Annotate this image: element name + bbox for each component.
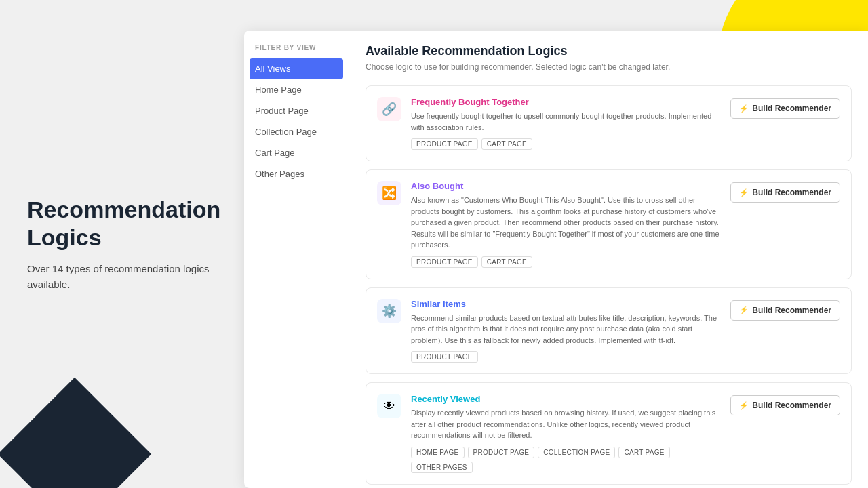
tag-badge: PRODUCT PAGE [468,447,535,458]
content-title: Available Recommendation Logics [366,44,852,58]
recently-viewed-icon: 👁 [377,394,401,418]
left-panel: RecommendationLogics Over 14 types of re… [0,0,251,488]
tag-badge: CART PAGE [481,256,532,268]
also-bought-description: Also known as "Customers Who Bought This… [411,195,721,251]
similar-items-body: Similar ItemsRecommend similar products … [411,299,721,363]
recently-viewed-build-button[interactable]: ⚡Build Recommender [730,395,840,415]
logic-card-recently-viewed: 👁Recently ViewedDisplay recently viewed … [366,382,852,485]
tag-badge: HOME PAGE [411,447,465,458]
frequently-bought-build-button[interactable]: ⚡Build Recommender [730,98,840,119]
recently-viewed-title: Recently Viewed [411,394,721,404]
tag-badge: PRODUCT PAGE [411,138,478,150]
also-bought-icon: 🔀 [377,181,401,205]
frequently-bought-body: Frequently Bought TogetherUse frequently… [411,97,721,150]
similar-items-tags: PRODUCT PAGE [411,351,721,363]
build-recommender-icon: ⚡ [739,306,749,314]
frequently-bought-description: Use frequently bought together to upsell… [411,110,721,133]
frequently-bought-tags: PRODUCT PAGECART PAGE [411,138,721,150]
tag-badge: PRODUCT PAGE [411,256,478,268]
tag-badge: OTHER PAGES [411,462,473,473]
build-recommender-label: Build Recommender [752,306,831,315]
build-recommender-icon: ⚡ [739,401,749,410]
logic-card-similar-items: ⚙️Similar ItemsRecommend similar product… [366,287,852,375]
tag-badge: PRODUCT PAGE [411,351,478,363]
frequently-bought-icon: 🔗 [377,97,401,121]
build-recommender-label: Build Recommender [752,401,831,410]
tag-badge: CART PAGE [481,138,532,150]
sidebar-item-other-pages[interactable]: Other Pages [244,163,349,184]
frequently-bought-title: Frequently Bought Together [411,97,721,107]
build-recommender-icon: ⚡ [739,188,749,197]
sidebar-item-product-page[interactable]: Product Page [244,100,349,121]
similar-items-build-button[interactable]: ⚡Build Recommender [730,300,840,321]
build-recommender-icon: ⚡ [739,104,749,113]
similar-items-title: Similar Items [411,299,721,309]
sidebar-item-all-views[interactable]: All Views [250,58,343,79]
build-recommender-label: Build Recommender [752,188,831,197]
recently-viewed-tags: HOME PAGEPRODUCT PAGECOLLECTION PAGECART… [411,447,721,473]
tag-badge: CART PAGE [618,447,669,458]
filter-label: FILTER BY VIEW [244,44,349,58]
sidebar: FILTER BY VIEW All ViewsHome PageProduct… [244,30,349,488]
logic-card-also-bought: 🔀Also BoughtAlso known as "Customers Who… [366,169,852,279]
content-subtitle: Choose logic to use for building recomme… [366,62,852,72]
recently-viewed-action: ⚡Build Recommender [730,394,840,415]
frequently-bought-action: ⚡Build Recommender [730,97,840,119]
also-bought-build-button[interactable]: ⚡Build Recommender [730,182,840,203]
similar-items-description: Recommend similar products based on text… [411,312,721,346]
also-bought-tags: PRODUCT PAGECART PAGE [411,256,721,268]
recently-viewed-description: Display recently viewed products based o… [411,407,721,441]
logic-card-frequently-bought: 🔗Frequently Bought TogetherUse frequentl… [366,85,852,161]
sidebar-item-home-page[interactable]: Home Page [244,79,349,100]
content-panel: Available Recommendation Logics Choose l… [349,30,868,488]
sidebar-item-collection-page[interactable]: Collection Page [244,121,349,142]
recently-viewed-body: Recently ViewedDisplay recently viewed p… [411,394,721,473]
also-bought-action: ⚡Build Recommender [730,181,840,203]
sidebar-item-cart-page[interactable]: Cart Page [244,142,349,163]
also-bought-body: Also BoughtAlso known as "Customers Who … [411,181,721,268]
also-bought-title: Also Bought [411,181,721,191]
similar-items-action: ⚡Build Recommender [730,299,840,321]
tag-badge: COLLECTION PAGE [538,447,615,458]
similar-items-icon: ⚙️ [377,299,401,323]
build-recommender-label: Build Recommender [752,104,831,113]
brand-subtitle: Over 14 types of recommendation logics a… [27,262,224,292]
brand-title: RecommendationLogics [27,196,224,251]
main-content: FILTER BY VIEW All ViewsHome PageProduct… [244,30,868,488]
